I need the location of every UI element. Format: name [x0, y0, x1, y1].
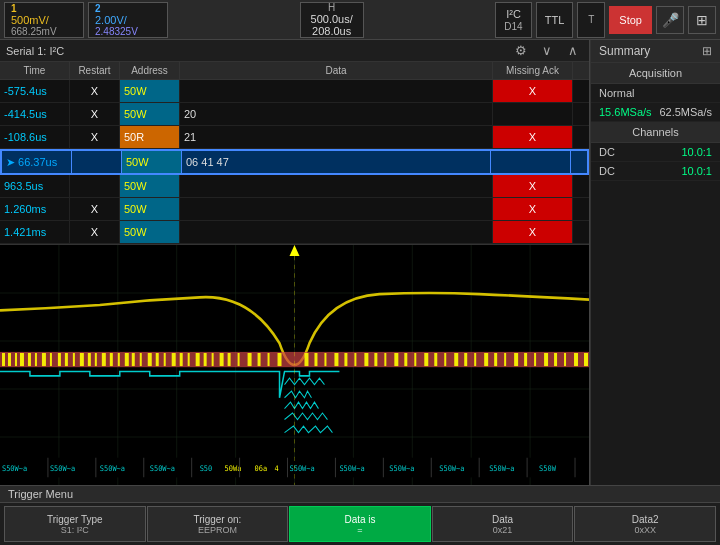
svg-rect-44	[220, 353, 224, 366]
svg-rect-48	[258, 353, 261, 366]
svg-rect-42	[204, 353, 207, 366]
table-row[interactable]: 1.421ms X 50W X	[0, 221, 589, 244]
serial-header-row: Serial 1: I²C ⚙ ∨ ∧	[0, 40, 589, 62]
summary-icon[interactable]: ⊞	[702, 44, 712, 58]
svg-rect-30	[110, 353, 113, 366]
ttl-badge[interactable]: TTL	[536, 2, 574, 38]
t-label: T	[588, 14, 594, 25]
svg-rect-46	[238, 353, 240, 366]
cell-restart: X	[70, 221, 120, 243]
expand-icon[interactable]: ∧	[563, 43, 583, 58]
svg-rect-76	[554, 353, 557, 366]
svg-rect-36	[156, 353, 159, 366]
cell-scroll	[573, 175, 589, 197]
data-sub: 0x21	[493, 525, 513, 535]
acquisition-mode-row: Normal	[591, 84, 720, 103]
svg-rect-69	[484, 353, 488, 366]
svg-rect-79	[584, 353, 588, 366]
table-row[interactable]: -414.5us X 50W 20	[0, 103, 589, 126]
channels-section: Channels	[591, 122, 720, 143]
svg-rect-17	[15, 353, 17, 366]
cell-restart: X	[70, 103, 120, 125]
cell-data: 21	[180, 126, 493, 148]
grid-icon[interactable]: ⊞	[688, 6, 716, 34]
ch2-ratio: 10.0:1	[681, 165, 712, 177]
top-bar: 1 500mV/ 668.25mV 2 2.00V/ 2.48325V H 50…	[0, 0, 720, 40]
table-row[interactable]: ➤ 66.37us 50W 06 41 47	[0, 149, 589, 175]
mic-icon[interactable]: 🎤	[656, 6, 684, 34]
ch1-summary-row: DC 10.0:1	[591, 143, 720, 162]
data-button[interactable]: Data 0x21	[432, 506, 574, 542]
ch2-summary-row: DC 10.0:1	[591, 162, 720, 181]
summary-tab[interactable]: Summary ⊞	[591, 40, 720, 63]
table-row[interactable]: 1.260ms X 50W X	[0, 198, 589, 221]
cell-scroll	[573, 103, 589, 125]
col-scroll	[573, 62, 589, 79]
data2-button[interactable]: Data2 0xXX	[574, 506, 716, 542]
trigger-type-button[interactable]: Trigger Type S1: I²C	[4, 506, 146, 542]
trig-type-sub: S1: I²C	[61, 525, 89, 535]
acq-rate1: 15.6MSa/s	[599, 106, 652, 118]
ch1-block[interactable]: 1 500mV/ 668.25mV	[4, 2, 84, 38]
svg-rect-23	[58, 353, 61, 366]
svg-rect-66	[454, 353, 458, 366]
cell-data	[180, 80, 493, 102]
cell-missing-ack: X	[493, 80, 573, 102]
table-row[interactable]: 963.5us 50W X	[0, 175, 589, 198]
svg-rect-77	[564, 353, 566, 366]
ch1-val1: 500mV/	[11, 14, 77, 26]
svg-rect-53	[324, 353, 326, 366]
settings-icon[interactable]: ⚙	[511, 43, 531, 58]
svg-rect-20	[35, 353, 37, 366]
data2-sub: 0xXX	[634, 525, 656, 535]
ch2-dc: DC	[599, 165, 615, 177]
t-block[interactable]: T	[577, 2, 605, 38]
cell-restart	[70, 175, 120, 197]
cell-restart: X	[70, 80, 120, 102]
h-val1: 500.0us/	[311, 13, 353, 25]
svg-text:S50W~a: S50W~a	[489, 464, 514, 473]
svg-text:S50W~a: S50W~a	[389, 464, 414, 473]
cell-missing-ack: X	[493, 175, 573, 197]
svg-rect-45	[228, 353, 231, 366]
acquisition-mode: Normal	[599, 87, 634, 99]
svg-rect-72	[514, 353, 518, 366]
svg-rect-62	[414, 353, 416, 366]
table-body: -575.4us X 50W X -414.5us X 50W 20 -108.…	[0, 80, 589, 244]
col-missing-ack: Missing Ack	[493, 62, 573, 79]
svg-text:50Wa: 50Wa	[225, 464, 242, 473]
i2c-badge[interactable]: I²C D14	[495, 2, 531, 38]
svg-rect-33	[132, 353, 135, 366]
svg-rect-68	[474, 353, 476, 366]
ch2-block[interactable]: 2 2.00V/ 2.48325V	[88, 2, 168, 38]
cell-time: 1.421ms	[0, 221, 70, 243]
svg-rect-40	[188, 353, 190, 366]
waveform-display: S50W~a S50W~a S50W~a S50W~a S50 50Wa 06a…	[0, 245, 589, 485]
stop-button[interactable]: Stop	[609, 6, 652, 34]
acq-rate2: 62.5MSa/s	[659, 106, 712, 118]
cell-restart	[72, 151, 122, 173]
svg-text:S50: S50	[200, 464, 213, 473]
svg-rect-64	[434, 353, 437, 366]
d14-label: D14	[504, 21, 522, 32]
cell-missing-ack: X	[493, 221, 573, 243]
table-row[interactable]: -575.4us X 50W X	[0, 80, 589, 103]
cell-address: 50W	[120, 198, 180, 220]
col-address: Address	[120, 62, 180, 79]
trigger-on-button[interactable]: Trigger on: EEPROM	[147, 506, 289, 542]
svg-rect-51	[304, 353, 308, 366]
svg-rect-70	[494, 353, 497, 366]
svg-text:S50W~a: S50W~a	[290, 464, 315, 473]
table-row[interactable]: -108.6us X 50R 21 X	[0, 126, 589, 149]
svg-rect-59	[384, 353, 386, 366]
cell-address: 50W	[120, 221, 180, 243]
collapse-icon[interactable]: ∨	[537, 43, 557, 58]
data-is-button[interactable]: Data is =	[289, 506, 431, 542]
cell-time: ➤ 66.37us	[2, 151, 72, 173]
svg-rect-57	[364, 353, 368, 366]
cell-time: -108.6us	[0, 126, 70, 148]
svg-rect-29	[102, 353, 106, 366]
h-block[interactable]: H 500.0us/ 208.0us	[300, 2, 364, 38]
cell-address: 50R	[120, 126, 180, 148]
svg-rect-75	[544, 353, 548, 366]
